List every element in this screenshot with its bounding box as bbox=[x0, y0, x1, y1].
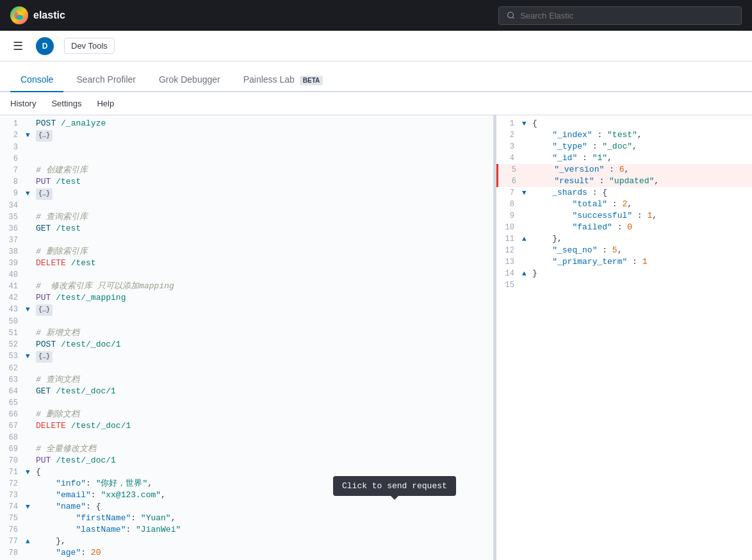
tab-painless-lab[interactable]: Painless Lab BETA bbox=[233, 68, 334, 92]
editor-line-40: 40 bbox=[0, 269, 496, 281]
code-lines: 1 POST /_analyze 2 ▼ {…} 3 bbox=[0, 115, 496, 560]
editor-line-72: 72 "info": "你好，世界", bbox=[0, 478, 496, 490]
tab-console[interactable]: Console bbox=[10, 68, 63, 92]
result-line-10: 10 "failed" : 0 bbox=[496, 222, 752, 233]
result-line-4: 4 "_id" : "1", bbox=[496, 152, 752, 164]
resize-handle[interactable] bbox=[493, 115, 496, 560]
editor-line-64: 64 GET /test/_doc/1 bbox=[0, 386, 496, 397]
result-line-8: 8 "total" : 2, bbox=[496, 199, 752, 210]
editor-line-35: 35 # 查询索引库 bbox=[0, 211, 496, 223]
editor-line-74: 74 ▼ "name": { bbox=[0, 501, 496, 513]
tab-bar: Console Search Profiler Grok Debugger Pa… bbox=[0, 62, 752, 92]
collapse-btn-2[interactable]: ▼ bbox=[26, 129, 36, 141]
editor-line-39: 39 DELETE /test bbox=[0, 258, 496, 269]
search-elastic-input[interactable] bbox=[520, 11, 733, 21]
hamburger-button[interactable]: ☰ bbox=[10, 37, 26, 56]
action-bar: History Settings Help bbox=[0, 92, 752, 115]
editor-line-78: 78 "age": 20 bbox=[0, 547, 496, 559]
result-pane: 1 ▼ { 2 "_index" : "test", 3 "_type" : "… bbox=[496, 115, 752, 560]
tab-grok-debugger[interactable]: Grok Debugger bbox=[149, 68, 231, 92]
editor-line-2: 2 ▼ {…} bbox=[0, 129, 496, 142]
elastic-logo[interactable]: elastic bbox=[10, 6, 65, 24]
elastic-text: elastic bbox=[33, 10, 65, 21]
nav-left: elastic bbox=[10, 6, 65, 24]
result-line-7: 7 ▼ _shards : { bbox=[496, 187, 752, 199]
editor-line-52: 52 POST /test/_doc/1 bbox=[0, 339, 496, 350]
editor-line-65: 65 bbox=[0, 397, 496, 409]
editor-line-70: 70 PUT /test/_doc/1 bbox=[0, 455, 496, 466]
svg-point-3 bbox=[508, 12, 514, 18]
result-line-13: 13 "_primary_term" : 1 bbox=[496, 256, 752, 268]
svg-point-2 bbox=[15, 12, 19, 19]
editor-line-75: 75 "firstName": "Yuan", bbox=[0, 513, 496, 524]
editor-line-8: 8 PUT /test bbox=[0, 176, 496, 188]
result-lines: 1 ▼ { 2 "_index" : "test", 3 "_type" : "… bbox=[496, 115, 752, 293]
beta-badge: BETA bbox=[300, 76, 323, 85]
svg-line-4 bbox=[512, 17, 514, 19]
editor-line-38: 38 # 删除索引库 bbox=[0, 246, 496, 258]
editor-line-36: 36 GET /test bbox=[0, 223, 496, 235]
editor-line-3: 3 bbox=[0, 142, 496, 153]
editor-line-69: 69 # 全量修改文档 bbox=[0, 443, 496, 455]
history-button[interactable]: History bbox=[10, 96, 36, 111]
tab-search-profiler[interactable]: Search Profiler bbox=[66, 68, 146, 92]
editor-line-68: 68 bbox=[0, 432, 496, 443]
editor-line-37: 37 bbox=[0, 235, 496, 246]
editor-line-43: 43 ▼ {…} bbox=[0, 304, 496, 316]
elastic-logo-icon bbox=[10, 6, 28, 24]
top-navigation: elastic bbox=[0, 0, 752, 31]
search-icon bbox=[507, 11, 515, 20]
result-line-6: 6 "result" : "updated", bbox=[496, 176, 752, 187]
devtools-badge: Dev Tools bbox=[64, 38, 115, 54]
editor-line-71: 71 ▼ { bbox=[0, 466, 496, 478]
editor-line-53: 53 ▼ {…} bbox=[0, 350, 496, 363]
editor-scroll[interactable]: 1 POST /_analyze 2 ▼ {…} 3 bbox=[0, 115, 496, 560]
editor-line-34: 34 bbox=[0, 200, 496, 211]
settings-button[interactable]: Settings bbox=[51, 96, 81, 111]
help-button[interactable]: Help bbox=[97, 96, 114, 111]
editor-line-76: 76 "lastName": "JianWei" bbox=[0, 524, 496, 536]
editor-line-50: 50 bbox=[0, 316, 496, 327]
editor-line-7: 7 # 创建索引库 bbox=[0, 165, 496, 176]
editor-line-41: 41 # 修改索引库 只可以添加mapping bbox=[0, 281, 496, 292]
result-line-5: 5 "_version" : 6, bbox=[496, 164, 752, 176]
editor-line-9: 9 ▼ {…} bbox=[0, 188, 496, 200]
result-line-11: 11 ▲ }, bbox=[496, 233, 752, 245]
editor-line-77: 77 ▲ }, bbox=[0, 536, 496, 547]
result-line-3: 3 "_type" : "_doc", bbox=[496, 141, 752, 152]
editor-line-67: 67 DELETE /test/_doc/1 bbox=[0, 420, 496, 432]
result-line-12: 12 "_seq_no" : 5, bbox=[496, 245, 752, 256]
result-line-9: 9 "successful" : 1, bbox=[496, 210, 752, 222]
editor-line-42: 42 PUT /test/_mapping bbox=[0, 292, 496, 304]
result-line-2: 2 "_index" : "test", bbox=[496, 129, 752, 141]
editor-line-1: 1 POST /_analyze bbox=[0, 118, 496, 129]
editor-line-51: 51 # 新增文档 bbox=[0, 327, 496, 339]
result-line-15: 15 bbox=[496, 279, 752, 291]
editor-container: 1 POST /_analyze 2 ▼ {…} 3 bbox=[0, 115, 752, 560]
result-scroll[interactable]: 1 ▼ { 2 "_index" : "test", 3 "_type" : "… bbox=[496, 115, 752, 560]
editor-line-62: 62 bbox=[0, 363, 496, 374]
global-search[interactable] bbox=[498, 6, 742, 25]
editor-line-66: 66 # 删除文档 bbox=[0, 409, 496, 420]
second-navigation: ☰ D Dev Tools bbox=[0, 31, 752, 62]
user-avatar[interactable]: D bbox=[36, 37, 54, 55]
result-line-14: 14 ▲ } bbox=[496, 268, 752, 279]
result-line-1: 1 ▼ { bbox=[496, 118, 752, 129]
editor-pane[interactable]: 1 POST /_analyze 2 ▼ {…} 3 bbox=[0, 115, 496, 560]
editor-line-63: 63 # 查询文档 bbox=[0, 374, 496, 386]
editor-line-73: 73 "email": "xx@123.com", bbox=[0, 490, 496, 501]
editor-line-6: 6 bbox=[0, 153, 496, 165]
